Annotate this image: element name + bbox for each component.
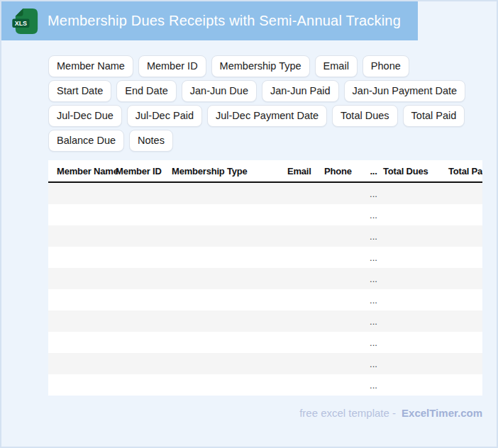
column-chip[interactable]: Member Name — [48, 55, 133, 77]
header-cell: Email — [287, 166, 324, 177]
column-chip[interactable]: Jan-Jun Payment Date — [344, 80, 466, 102]
column-chip[interactable]: Balance Due — [48, 130, 124, 152]
table-row: ... — [48, 310, 482, 332]
footer: free excel template -ExcelTimer.com — [1, 407, 482, 419]
footer-text: free excel template - — [299, 407, 396, 419]
column-chip[interactable]: Start Date — [48, 80, 111, 102]
row-ellipsis-cell: ... — [364, 380, 383, 391]
column-chip[interactable]: Jul-Dec Payment Date — [207, 105, 327, 127]
row-ellipsis-cell: ... — [364, 295, 383, 306]
row-ellipsis-cell: ... — [364, 252, 383, 263]
title-banner: XLS Membership Dues Receipts with Semi-A… — [1, 1, 418, 40]
row-ellipsis-cell: ... — [364, 337, 383, 348]
column-chips: Member NameMember IDMembership TypeEmail… — [48, 55, 468, 152]
column-chip[interactable]: Total Paid — [403, 105, 465, 127]
table-row: ... — [48, 289, 482, 310]
row-ellipsis-cell: ... — [364, 231, 383, 242]
row-ellipsis-cell: ... — [364, 316, 383, 327]
header-cell: Member Name — [57, 166, 116, 177]
page: XLS Membership Dues Receipts with Semi-A… — [0, 0, 498, 448]
table-row: ... — [48, 268, 482, 289]
table-body: .............................. — [48, 183, 482, 396]
column-chip[interactable]: Member ID — [138, 55, 206, 77]
row-ellipsis-cell: ... — [364, 274, 383, 284]
table-row: ... — [48, 332, 482, 353]
row-ellipsis-cell: ... — [364, 210, 383, 220]
row-ellipsis-cell: ... — [364, 359, 383, 369]
header-cell: Phone — [324, 166, 364, 177]
header-collapsed-columns: ... — [364, 166, 383, 177]
table-row: ... — [48, 183, 482, 204]
header-cell: Membership Type — [172, 166, 287, 177]
column-chip[interactable]: Membership Type — [211, 55, 310, 77]
table-row: ... — [48, 247, 482, 268]
table-header-row: Member NameMember IDMembership TypeEmail… — [48, 160, 482, 183]
column-chip[interactable]: Jul-Dec Due — [48, 105, 122, 127]
column-chip[interactable]: Jan-Jun Due — [182, 80, 257, 102]
table-row: ... — [48, 353, 482, 374]
xls-badge-label: XLS — [15, 19, 27, 26]
column-chip[interactable]: Notes — [129, 130, 173, 152]
xls-file-icon: XLS — [14, 8, 38, 35]
column-chip[interactable]: Jul-Dec Paid — [127, 105, 202, 127]
column-chip[interactable]: Jan-Jun Paid — [262, 80, 339, 102]
table-row: ... — [48, 204, 482, 225]
header-cell: Total Dues — [383, 166, 448, 177]
table-row: ... — [48, 374, 482, 396]
column-chip[interactable]: Email — [315, 55, 358, 77]
table-row: ... — [48, 225, 482, 247]
column-chip[interactable]: Phone — [363, 55, 409, 77]
footer-brand-link[interactable]: ExcelTimer.com — [402, 407, 482, 419]
header-cell: Member ID — [116, 166, 172, 177]
preview-table: Member NameMember IDMembership TypeEmail… — [48, 160, 482, 396]
column-chip[interactable]: Total Dues — [332, 105, 398, 127]
page-title: Membership Dues Receipts with Semi-Annua… — [48, 13, 401, 29]
row-ellipsis-cell: ... — [364, 189, 383, 199]
header-cell: Total Paid — [448, 166, 482, 177]
column-chip[interactable]: End Date — [116, 80, 176, 102]
